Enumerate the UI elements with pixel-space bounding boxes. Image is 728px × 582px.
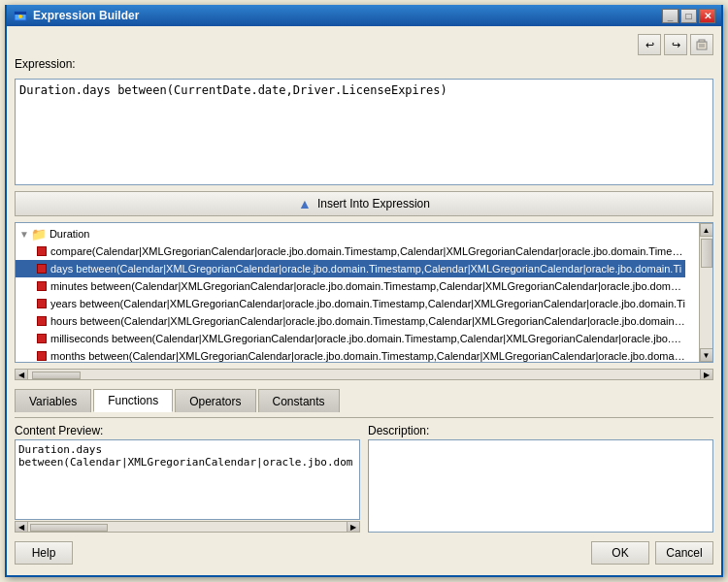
insert-btn-label: Insert Into Expression [317,197,430,210]
tab-operators[interactable]: Operators [175,389,255,412]
tree-item-text-0: compare(Calendar|XMLGregorianCalendar|or… [50,245,685,257]
description-panel: Description: [368,424,713,533]
preview-h-scroll-left[interactable]: ◀ [15,521,28,533]
tree-item-text-4: hours between(Calendar|XMLGregorianCalen… [50,315,685,327]
tree-content: ▼ 📁 Duration compare(Calendar|XMLGregori… [16,223,712,363]
tree-item-text-6: months between(Calendar|XMLGregorianCale… [50,350,685,362]
tab-variables-label: Variables [29,395,77,408]
item-icon-6 [37,351,47,361]
tab-variables[interactable]: Variables [15,389,91,412]
close-button[interactable]: ✕ [699,9,715,23]
tree-horizontal-scrollbar[interactable] [28,369,700,380]
window-body: ↩ ↪ Expression: Duration.days between(Cu… [7,26,721,575]
svg-rect-4 [699,40,705,42]
redo-button[interactable]: ↪ [664,34,687,55]
tab-functions[interactable]: Functions [93,389,173,412]
insert-into-expression-button[interactable]: ▲ Insert Into Expression [15,191,713,216]
tree-item-1[interactable]: days between(Calendar|XMLGregorianCalend… [16,260,685,277]
title-bar: Expression Builder _ □ ✕ [7,5,721,26]
scroll-thumb[interactable] [701,239,712,268]
scroll-track [700,237,713,348]
window-controls: _ □ ✕ [662,9,715,23]
tree-vertical-scrollbar[interactable]: ▲ ▼ [699,223,712,362]
tree-item-3[interactable]: years between(Calendar|XMLGregorianCalen… [16,295,685,312]
cancel-button[interactable]: Cancel [655,541,713,565]
clear-button[interactable] [690,34,713,55]
insert-arrow-icon: ▲ [298,196,312,211]
svg-point-2 [18,15,22,18]
h-scroll-left-button[interactable]: ◀ [15,369,28,380]
folder-icon: 📁 [31,227,47,242]
preview-h-scroll-right[interactable]: ▶ [347,521,360,533]
footer-row: Help OK Cancel [15,538,713,567]
scroll-down-button[interactable]: ▼ [700,348,713,362]
tree-root-duration[interactable]: ▼ 📁 Duration [16,225,712,242]
tab-operators-label: Operators [189,395,241,408]
tree-item-4[interactable]: hours between(Calendar|XMLGregorianCalen… [16,312,685,330]
tab-constants-label: Constants [273,395,325,408]
svg-rect-1 [15,12,26,15]
minimize-button[interactable]: _ [662,9,678,23]
item-icon-4 [37,316,47,326]
footer-right-buttons: OK Cancel [591,541,713,565]
tree-item-5[interactable]: milliseconds between(Calendar|XMLGregori… [16,330,685,347]
content-preview-panel: Content Preview: Duration.days between(C… [15,424,360,533]
item-icon-3 [37,299,47,308]
content-preview-label: Content Preview: [15,424,360,437]
tree-root-label: Duration [50,228,90,240]
item-icon-5 [37,334,47,343]
tree-panel: ▼ 📁 Duration compare(Calendar|XMLGregori… [15,222,713,363]
h-scroll-thumb[interactable] [32,372,81,379]
tree-item-text-5: milliseconds between(Calendar|XMLGregori… [50,333,685,344]
expression-builder-window: Expression Builder _ □ ✕ ↩ ↪ Expressi [5,5,723,577]
tab-functions-label: Functions [108,394,158,407]
tree-item-2[interactable]: minutes between(Calendar|XMLGregorianCal… [16,277,685,295]
tab-constants[interactable]: Constants [258,389,340,412]
item-icon-1 [37,264,47,274]
item-icon-0 [37,246,47,256]
bottom-panels: Content Preview: Duration.days between(C… [15,417,713,533]
tabs-row: Variables Functions Operators Constants [15,388,713,411]
preview-horizontal-scrollbar[interactable] [28,521,347,533]
expression-input[interactable]: Duration.days between(CurrentDate.date,D… [15,79,713,185]
tree-item-text-2: minutes between(Calendar|XMLGregorianCal… [50,280,685,292]
item-icon-2 [37,281,47,291]
tree-item-6[interactable]: months between(Calendar|XMLGregorianCale… [16,347,685,363]
h-scroll-right-button[interactable]: ▶ [700,369,713,380]
ok-button[interactable]: OK [591,541,649,565]
tree-item-text-1: days between(Calendar|XMLGregorianCalend… [50,263,681,275]
description-box [368,439,713,533]
tree-item-0[interactable]: compare(Calendar|XMLGregorianCalendar|or… [16,242,685,260]
content-preview-box: Duration.days between(Calendar|XMLGregor… [15,439,360,520]
maximize-button[interactable]: □ [680,9,697,23]
scroll-up-button[interactable]: ▲ [700,223,713,237]
description-label: Description: [368,424,713,437]
expression-label: Expression: [15,57,713,71]
expand-icon: ▼ [19,229,29,240]
help-button[interactable]: Help [15,541,73,565]
preview-h-scroll-thumb[interactable] [30,524,108,532]
tree-item-text-3: years between(Calendar|XMLGregorianCalen… [50,298,685,309]
window-title: Expression Builder [33,9,662,22]
undo-button[interactable]: ↩ [638,34,661,55]
window-icon [13,8,28,23]
content-preview-value: Duration.days between(Calendar|XMLGregor… [18,443,352,469]
